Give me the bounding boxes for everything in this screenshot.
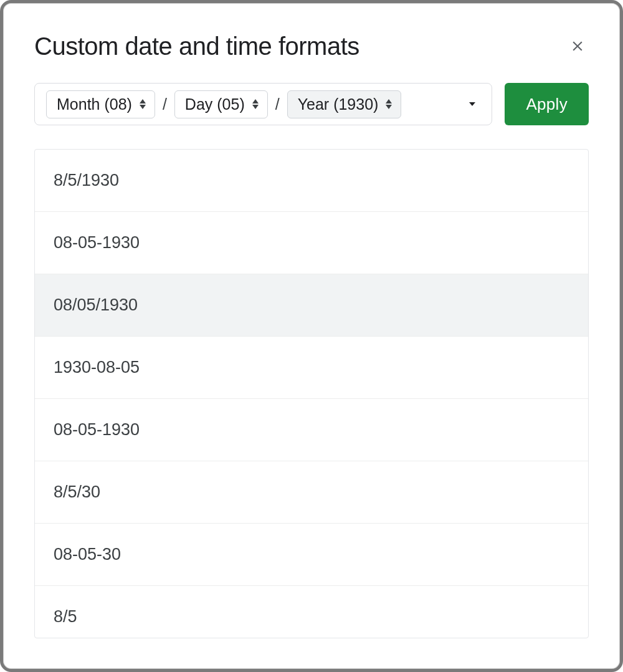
dialog-title: Custom date and time formats xyxy=(34,32,359,60)
preset-label: 08-05-30 xyxy=(54,545,121,564)
format-token-label: Month (08) xyxy=(57,95,132,113)
list-item[interactable]: 08-05-1930 xyxy=(35,399,588,461)
preset-label: 8/5/30 xyxy=(54,482,100,502)
format-input[interactable]: Month (08) / Day (05) / Year (1930) xyxy=(34,83,492,125)
preset-list: 8/5/1930 08-05-1930 08/05/1930 1930-08-0… xyxy=(34,149,589,638)
add-token-button[interactable] xyxy=(462,94,483,115)
format-token-label: Year (1930) xyxy=(298,95,379,113)
preset-list-scroll[interactable]: 8/5/1930 08-05-1930 08/05/1930 1930-08-0… xyxy=(35,150,588,638)
format-token-day[interactable]: Day (05) xyxy=(174,90,268,118)
format-token-label: Day (05) xyxy=(185,95,245,113)
controls-row: Month (08) / Day (05) / Year (1930) xyxy=(34,83,589,125)
close-button[interactable] xyxy=(566,35,589,57)
preset-label: 08-05-1930 xyxy=(54,233,140,252)
list-item[interactable]: 08/05/1930 xyxy=(35,274,588,337)
list-item[interactable]: 08-05-30 xyxy=(35,524,588,586)
preset-label: 1930-08-05 xyxy=(54,358,140,377)
preset-label: 8/5/1930 xyxy=(54,171,119,190)
custom-date-time-dialog: Custom date and time formats Month (08) … xyxy=(9,9,614,663)
separator: / xyxy=(274,95,281,113)
list-item[interactable]: 8/5 xyxy=(35,586,588,638)
apply-button[interactable]: Apply xyxy=(505,83,589,125)
dialog-header: Custom date and time formats xyxy=(34,32,589,60)
format-token-year[interactable]: Year (1930) xyxy=(287,90,402,118)
close-icon xyxy=(569,38,586,54)
list-item[interactable]: 1930-08-05 xyxy=(35,337,588,399)
preset-label: 08-05-1930 xyxy=(54,420,140,439)
list-item[interactable]: 8/5/30 xyxy=(35,461,588,524)
format-token-month[interactable]: Month (08) xyxy=(46,90,155,118)
list-item[interactable]: 8/5/1930 xyxy=(35,150,588,212)
stepper-icon xyxy=(251,98,260,110)
chevron-down-icon xyxy=(465,97,480,112)
stepper-icon xyxy=(138,98,147,110)
preset-label: 8/5 xyxy=(54,607,77,626)
stepper-icon xyxy=(384,98,393,110)
list-item[interactable]: 08-05-1930 xyxy=(35,212,588,274)
separator: / xyxy=(161,95,168,113)
preset-label: 08/05/1930 xyxy=(54,295,138,315)
